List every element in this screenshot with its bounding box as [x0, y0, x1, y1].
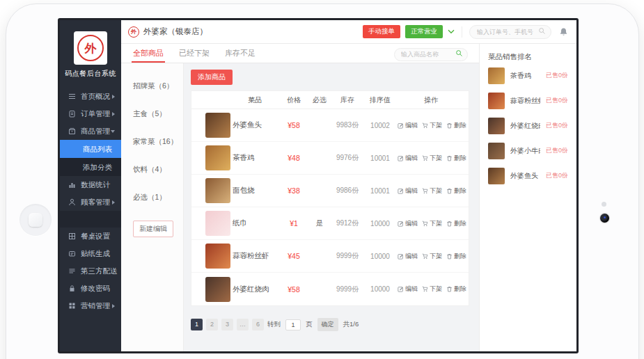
sidebar-item-orders[interactable]: 订单管理	[60, 105, 121, 122]
dish-name: 纸巾	[233, 218, 277, 228]
table-row: 面包烧 ¥38 9986份 10001 编辑 下架 删除	[191, 175, 469, 207]
sidebar-item-statistics[interactable]: 数据统计	[60, 176, 121, 193]
sidebar-item-table-settings[interactable]: 餐桌设置	[60, 228, 121, 245]
edit-button[interactable]: 编辑	[398, 285, 418, 294]
col-price: 价格	[281, 95, 307, 105]
off-shelf-button[interactable]: 下架	[422, 186, 442, 196]
sidebar-item-product-list[interactable]: 商品列表	[60, 140, 121, 158]
dish-stock: 9912份	[332, 218, 363, 228]
category-item[interactable]: 主食（5）	[133, 109, 183, 119]
notification-bell-icon[interactable]	[559, 27, 568, 36]
edit-button[interactable]: 编辑	[398, 154, 418, 163]
sidebar-item-sticker-generation[interactable]: 贴纸生成	[60, 245, 121, 262]
left-content: 全部商品 已经下架 库存不足 招牌菜（6） 主食（5） 家常菜（16）	[121, 44, 479, 351]
sidebar-item-customers[interactable]: 顾客管理	[60, 193, 121, 211]
sidebar-item-add-category[interactable]: 添加分类	[60, 158, 121, 176]
delete-button[interactable]: 删除	[446, 186, 466, 196]
confirm-page-button[interactable]: 确定	[317, 318, 338, 331]
dish-photo	[205, 277, 230, 302]
sidebar-item-overview[interactable]: 首页概况	[60, 88, 121, 105]
col-required: 必选	[311, 95, 329, 105]
sticker-card-icon	[68, 250, 76, 257]
dish-photo	[205, 178, 230, 203]
table-header: 菜品 价格 必选 库存 排序值 操作	[191, 91, 469, 109]
sidebar-item-change-password[interactable]: 修改密码	[60, 280, 121, 297]
business-status-button[interactable]: 正常营业	[405, 25, 443, 38]
row-actions: 编辑 下架 删除	[398, 154, 466, 163]
goto-page-input[interactable]	[285, 319, 301, 330]
home-button[interactable]	[19, 204, 52, 236]
product-table-zone: 添加商品 菜品 价格 必选 库存 排序值 操作	[184, 63, 479, 351]
list-lines-icon	[68, 267, 76, 275]
product-search-icon[interactable]	[455, 49, 463, 57]
sidebar-item-products[interactable]: 商品管理	[60, 122, 121, 140]
page-button-6[interactable]: 6	[252, 319, 264, 330]
products-icon	[68, 127, 76, 135]
manual-order-button[interactable]: 手动接单	[363, 25, 400, 38]
ranking-item: 外婆鱼头 已售0份	[488, 164, 568, 187]
off-shelf-button[interactable]: 下架	[422, 219, 442, 228]
off-shelf-button[interactable]: 下架	[422, 285, 442, 294]
dish-name: 面包烧	[233, 186, 277, 196]
dish-sort: 10001	[366, 154, 394, 162]
dish-stock: 9976份	[332, 153, 363, 163]
home-button-inner	[29, 213, 42, 227]
system-title: 码点餐后台系统	[60, 69, 121, 79]
page-button-3[interactable]: 3	[221, 319, 233, 330]
new-edit-button[interactable]: 新建编辑	[133, 221, 173, 237]
ranking-sold-count: 已售0份	[546, 146, 568, 155]
goto-label: 转到	[267, 320, 281, 329]
ranking-sold-count: 已售0份	[546, 121, 568, 130]
col-stock: 库存	[332, 95, 363, 105]
dish-name: 外婆鱼头	[233, 120, 277, 130]
row-actions: 编辑 下架 删除	[398, 121, 466, 130]
tab-all-products[interactable]: 全部商品	[133, 44, 164, 63]
brand-logo: 外	[74, 31, 107, 65]
edit-button[interactable]: 编辑	[398, 121, 418, 130]
search-icon[interactable]	[538, 27, 546, 35]
edit-button[interactable]: 编辑	[398, 252, 418, 261]
table-row: 蒜蓉粉丝虾 ¥45 9999份 10000 编辑 下架 删除	[191, 240, 469, 273]
bar-chart-icon	[68, 181, 76, 189]
add-product-button[interactable]: 添加商品	[191, 70, 233, 85]
page-unit-label: 页	[306, 320, 313, 329]
category-item[interactable]: 必选（1）	[133, 193, 183, 202]
dish-photo	[488, 93, 505, 109]
dish-name: 茶香鸡	[233, 153, 277, 163]
order-search	[469, 24, 551, 39]
dish-price: ¥58	[281, 285, 307, 294]
off-shelf-button[interactable]: 下架	[422, 121, 442, 130]
chevron-right-icon	[112, 200, 115, 205]
products-submenu: 商品列表 添加分类	[60, 140, 121, 176]
page-button-2[interactable]: 2	[206, 319, 218, 330]
product-search	[394, 47, 468, 61]
tab-off-shelf[interactable]: 已经下架	[179, 44, 210, 63]
dish-stock: 9999份	[332, 251, 363, 261]
edit-button[interactable]: 编辑	[398, 219, 418, 228]
sales-ranking-panel: 菜品销售排名 茶香鸡 已售0份 蒜蓉粉丝虾 已售0份 外婆红烧肉 已	[479, 44, 576, 351]
sidebar-item-third-party-delivery[interactable]: 第三方配送	[60, 262, 121, 280]
chevron-down-icon	[111, 130, 115, 133]
off-shelf-button[interactable]: 下架	[422, 154, 442, 163]
category-item[interactable]: 饮料（4）	[133, 165, 183, 175]
row-actions: 编辑 下架 删除	[398, 219, 466, 228]
tab-low-stock[interactable]: 库存不足	[225, 44, 256, 63]
page-button-1[interactable]: 1	[191, 319, 203, 330]
delete-button[interactable]: 删除	[446, 252, 466, 261]
sidebar-item-marketing[interactable]: 营销管理	[60, 297, 121, 314]
edit-button[interactable]: 编辑	[398, 186, 418, 196]
dish-name: 外婆红烧肉	[233, 285, 277, 294]
off-shelf-button[interactable]: 下架	[422, 252, 442, 261]
brand-logo-mark: 外	[77, 35, 104, 61]
category-item[interactable]: 招牌菜（6）	[133, 81, 183, 91]
delete-button[interactable]: 删除	[446, 219, 466, 228]
person-icon	[68, 198, 76, 206]
ranking-dish-name: 外婆鱼头	[510, 171, 540, 181]
delete-button[interactable]: 删除	[446, 285, 466, 294]
delete-button[interactable]: 删除	[446, 154, 466, 163]
status-chevron-down-icon[interactable]	[448, 29, 455, 34]
row-actions: 编辑 下架 删除	[398, 186, 466, 196]
category-item[interactable]: 家常菜（16）	[133, 137, 183, 147]
delete-button[interactable]: 删除	[446, 121, 466, 130]
ranking-item: 外婆红烧肉 已售0份	[488, 114, 568, 137]
